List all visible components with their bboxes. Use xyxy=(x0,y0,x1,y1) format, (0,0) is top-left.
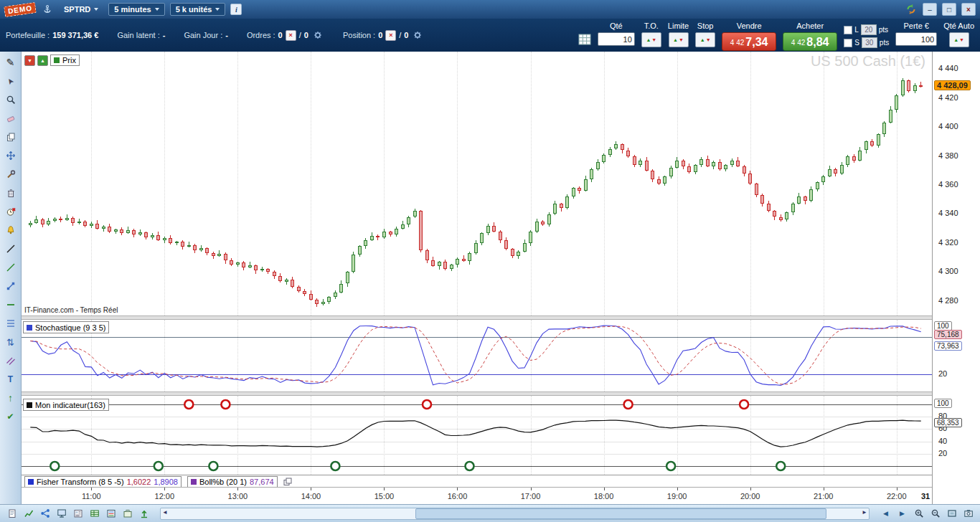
timeframe-dropdown[interactable]: 5 minutes xyxy=(108,3,164,16)
quantity-input[interactable] xyxy=(598,32,635,46)
anchor-icon[interactable] xyxy=(41,3,54,16)
next-button[interactable]: ▶ xyxy=(895,507,910,521)
order-ticket-icon[interactable] xyxy=(578,33,591,46)
quick-sell-icon[interactable]: ▼ xyxy=(24,55,35,66)
fisher-legend[interactable]: Fisher Transform (8 5 -5) 1,6022 1,8908 xyxy=(24,476,182,488)
candle xyxy=(809,189,813,201)
scrollbar-thumb[interactable] xyxy=(415,508,826,519)
quick-buy-icon[interactable]: ▲ xyxy=(37,55,48,66)
candle xyxy=(804,196,807,201)
orders-settings-icon[interactable] xyxy=(311,29,324,42)
close-position-icon[interactable]: × xyxy=(385,30,396,41)
series-color-icon xyxy=(27,325,32,331)
next-icon: ▶ xyxy=(900,511,905,517)
limit-order-button[interactable]: ▲ ▼ xyxy=(669,32,689,47)
copy-button[interactable] xyxy=(1,128,20,146)
snapshot-button[interactable] xyxy=(961,507,976,521)
trash-button[interactable] xyxy=(1,184,20,201)
candle xyxy=(34,219,38,223)
stop-pts-value[interactable]: 30 xyxy=(862,37,877,48)
down-arrow-icon: ▼ xyxy=(27,58,32,63)
candle xyxy=(59,219,62,220)
position-label: Position : xyxy=(343,31,375,39)
horizontal-line-button[interactable] xyxy=(1,296,20,313)
horizontal-scrollbar[interactable]: ◄ ► xyxy=(160,508,870,520)
stochastic-legend[interactable]: Stochastique (9 3 5) xyxy=(23,321,109,333)
channel-button[interactable] xyxy=(1,352,20,369)
export-button[interactable] xyxy=(136,507,151,521)
prev-button[interactable]: ◀ xyxy=(878,507,893,521)
maximize-button[interactable]: □ xyxy=(942,3,956,16)
candle xyxy=(29,223,32,225)
price-chart[interactable]: ▼ ▲ Prix US 500 Cash (1€) IT-Finance.com… xyxy=(22,52,933,315)
price-axis[interactable]: 4 4404 4204 4004 3804 3604 3404 3204 300… xyxy=(932,52,980,504)
pencil-button[interactable]: ✎ xyxy=(1,54,20,71)
page-button[interactable] xyxy=(4,507,19,521)
text-button[interactable]: T xyxy=(1,371,20,388)
news-button[interactable] xyxy=(70,507,85,521)
trendline-green-button[interactable] xyxy=(1,259,20,276)
detach-icon[interactable] xyxy=(283,478,292,486)
stop-checkbox[interactable] xyxy=(844,39,852,47)
zoom-button[interactable] xyxy=(1,91,20,108)
limit-pts-value[interactable]: 20 xyxy=(861,24,877,35)
updown-button[interactable]: ⇅ xyxy=(1,333,20,351)
stochastic-panel[interactable]: Stochastique (9 3 5) xyxy=(22,320,933,392)
cursor-button[interactable]: ➤ xyxy=(1,72,20,90)
alarm-icon xyxy=(6,207,16,217)
move-button[interactable] xyxy=(1,147,20,164)
qty-auto-button[interactable]: ▲ ▼ xyxy=(949,32,969,47)
fullscreen-button[interactable] xyxy=(944,507,959,521)
check-button[interactable]: ✔ xyxy=(1,408,20,425)
share-button[interactable] xyxy=(37,507,52,521)
table-button[interactable] xyxy=(87,507,102,521)
loss-label: Perte € xyxy=(903,22,928,31)
fibonacci-button[interactable] xyxy=(1,315,20,332)
sell-button[interactable]: 4 42 7,34 xyxy=(722,32,776,51)
scroll-right-icon[interactable]: ► xyxy=(862,509,867,516)
watchlist-button[interactable] xyxy=(103,507,118,521)
bell-button[interactable] xyxy=(1,222,20,239)
arrow-up-button[interactable]: ↑ xyxy=(1,389,20,407)
candle xyxy=(41,219,44,224)
alarm-button[interactable] xyxy=(1,203,20,220)
instrument-dropdown[interactable]: SPTRD xyxy=(59,4,103,15)
position-settings-icon[interactable] xyxy=(411,29,424,42)
zoom-out-button[interactable] xyxy=(928,507,943,521)
segment-button[interactable] xyxy=(1,277,20,295)
candle xyxy=(114,229,118,232)
candle xyxy=(364,240,367,246)
custom-indicator-legend[interactable]: Mon indicateur(163) xyxy=(23,399,109,411)
custom-indicator-panel[interactable]: Mon indicateur(163) xyxy=(22,396,933,475)
cancel-orders-icon[interactable]: × xyxy=(286,30,296,41)
hour-gridline xyxy=(384,52,385,315)
units-dropdown[interactable]: 5 k unités xyxy=(170,3,226,16)
price-axis-label: 4 380 xyxy=(938,151,958,160)
minimize-button[interactable]: – xyxy=(923,3,937,16)
tools-button[interactable] xyxy=(1,166,20,183)
loss-input[interactable] xyxy=(895,32,937,46)
time-axis-label: 16:00 xyxy=(448,492,468,500)
time-axis[interactable]: 11:0012:0013:0014:0015:0016:0017:0018:00… xyxy=(22,487,933,505)
price-legend[interactable]: Prix xyxy=(50,54,80,66)
eraser-button[interactable] xyxy=(1,110,20,127)
buy-button[interactable]: 4 42 8,84 xyxy=(783,32,837,51)
candle xyxy=(651,171,654,179)
monitor-button[interactable] xyxy=(54,507,69,521)
portfolio-button[interactable] xyxy=(120,507,135,521)
trendline-button[interactable] xyxy=(1,240,20,257)
scroll-left-icon[interactable]: ◄ xyxy=(162,509,168,516)
refresh-icon[interactable] xyxy=(905,3,918,16)
last-price-badge: 4 428,09 xyxy=(934,80,971,90)
to-order-button[interactable]: ▲ ▼ xyxy=(641,32,661,47)
candle xyxy=(297,287,301,291)
close-button[interactable]: × xyxy=(961,3,976,16)
info-button[interactable]: i xyxy=(230,4,242,15)
bollb-legend[interactable]: Boll%b (20 1) 87,674 xyxy=(187,476,278,488)
chart-button[interactable] xyxy=(21,507,36,521)
limit-checkbox[interactable] xyxy=(844,26,852,34)
page-icon xyxy=(7,508,17,518)
position-count-2: 0 xyxy=(404,31,408,39)
stop-order-button[interactable]: ▲ ▼ xyxy=(695,32,715,47)
zoom-in-button[interactable] xyxy=(911,507,926,521)
